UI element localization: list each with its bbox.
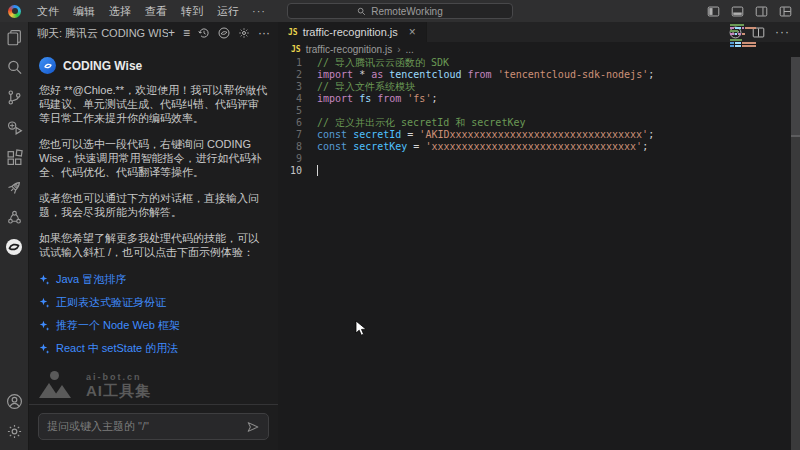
close-icon[interactable]: × (409, 25, 416, 39)
menu-item[interactable]: 运行 (210, 4, 246, 19)
breadcrumb[interactable]: JS traffic-recognition.js › ... (278, 42, 800, 57)
assistant-name: CODING Wise (63, 59, 142, 73)
toggle-secondary-sidebar-icon[interactable] (755, 5, 768, 18)
settings-gear-icon[interactable] (0, 416, 28, 446)
line-content: const secretId = 'AKIDxxxxxxxxxxxxxxxxxx… (302, 129, 654, 141)
example-prompt-link[interactable]: React 中 setState 的用法 (39, 341, 268, 355)
minimap-row (730, 24, 756, 26)
toggle-sidebar-icon[interactable] (707, 5, 720, 18)
text-cursor (317, 165, 318, 176)
js-file-icon: JS (291, 45, 301, 54)
minimap-row (730, 45, 756, 47)
line-content: // 导入腾讯云云函数的 SDK (302, 57, 449, 69)
example-prompt-link[interactable]: Java 冒泡排序 (39, 272, 268, 286)
watermark: ai-bot.cn AI工具集 (39, 370, 268, 398)
example-prompt-label: 正则表达式验证身份证 (56, 295, 166, 309)
code-line[interactable]: 3// 导入文件系统模块 (278, 81, 788, 93)
breadcrumb-symbol[interactable]: ... (406, 44, 414, 55)
line-number: 7 (278, 129, 302, 141)
code-editor[interactable]: 1// 导入腾讯云云函数的 SDK2import * as tencentclo… (278, 57, 788, 450)
code-line[interactable]: 5 (278, 105, 788, 117)
more-actions-icon[interactable]: ··· (258, 27, 270, 39)
code-line[interactable]: 9 (278, 153, 788, 165)
extensions-icon[interactable] (0, 142, 28, 172)
coding-wise-icon[interactable] (0, 232, 28, 262)
source-control-icon[interactable] (0, 82, 28, 112)
minimap-row (730, 51, 756, 53)
search-icon[interactable] (0, 52, 28, 82)
chat-input-placeholder: 提问或键入主题的 "/" (47, 419, 246, 434)
history-icon[interactable] (198, 27, 210, 39)
line-number: 3 (278, 81, 302, 93)
chat-list-icon[interactable]: ≡ (183, 27, 190, 39)
line-number: 8 (278, 141, 302, 153)
line-number: 10 (278, 165, 302, 177)
line-content: import fs from 'fs'; (302, 93, 437, 105)
line-content (302, 105, 317, 117)
menu-list: 文件编辑选择查看转到运行 (30, 4, 246, 19)
menu-overflow-button[interactable]: ··· (246, 5, 272, 17)
minimap-row (730, 33, 756, 35)
run-and-debug-icon[interactable] (0, 112, 28, 142)
line-number: 5 (278, 105, 302, 117)
code-line[interactable]: 4import fs from 'fs'; (278, 93, 788, 105)
chevron-right-icon: › (397, 44, 400, 55)
tab-traffic-recognition[interactable]: JS traffic-recognition.js × (278, 22, 427, 42)
example-prompt-label: React 中 setState 的用法 (56, 341, 178, 355)
send-icon[interactable] (246, 420, 260, 434)
chat-paragraph: 您好 **@Chloe.**，欢迎使用！我可以帮你做代码建议、单元测试生成、代码… (39, 83, 268, 125)
command-center-search[interactable]: RemoteWorking (287, 3, 513, 19)
cloud-cluster-icon[interactable] (0, 202, 28, 232)
minimap-row (730, 42, 756, 44)
customize-layout-icon[interactable] (779, 5, 792, 18)
ai-bot-logo-icon (39, 371, 77, 398)
line-content (302, 153, 317, 165)
line-content: // 定义并出示化 secretId 和 secretKey (302, 117, 525, 129)
chat-input[interactable]: 提问或键入主题的 "/" (38, 413, 269, 440)
example-prompt-label: 推荐一个 Node Web 框架 (56, 318, 180, 332)
menu-item[interactable]: 文件 (30, 4, 66, 19)
code-line[interactable]: 1// 导入腾讯云云函数的 SDK (278, 57, 788, 69)
account-icon[interactable] (0, 386, 28, 416)
code-line[interactable]: 7const secretId = 'AKIDxxxxxxxxxxxxxxxxx… (278, 129, 788, 141)
line-content: // 导入文件系统模块 (302, 81, 415, 93)
settings-gear-icon[interactable] (238, 27, 250, 39)
minimap-row (730, 48, 756, 50)
coding-logo-icon[interactable] (218, 27, 230, 39)
example-prompt-link[interactable]: 推荐一个 Node Web 框架 (39, 318, 268, 332)
coding-wise-avatar (39, 57, 56, 74)
chat-paragraph: 或者您也可以通过下方的对话框，直接输入问题，我会尽我所能为你解答。 (39, 191, 268, 219)
more-actions-icon[interactable]: ··· (775, 25, 790, 39)
toggle-panel-icon[interactable] (731, 5, 744, 18)
watermark-title: AI工具集 (86, 384, 151, 398)
code-line[interactable]: 10 (278, 165, 788, 177)
example-prompt-link[interactable]: 正则表达式验证身份证 (39, 295, 268, 309)
vscode-window: 文件编辑选择查看转到运行 ··· ← → RemoteWorking (0, 0, 800, 450)
scrollbar-thumb[interactable] (791, 57, 800, 137)
line-content: import * as tencentcloud from 'tencentcl… (302, 69, 654, 81)
editor-scrollbar[interactable] (791, 57, 800, 450)
js-file-icon: JS (288, 28, 298, 37)
minimap-row (730, 36, 756, 38)
menu-item[interactable]: 查看 (138, 4, 174, 19)
title-bar: 文件编辑选择查看转到运行 ··· ← → RemoteWorking (0, 0, 800, 22)
activity-bar (0, 22, 28, 450)
line-number: 1 (278, 57, 302, 69)
minimap-row (730, 39, 756, 41)
menu-item[interactable]: 转到 (174, 4, 210, 19)
explorer-icon[interactable] (0, 22, 28, 52)
minimap[interactable] (730, 24, 756, 53)
code-line[interactable]: 8const secretKey = 'xxxxxxxxxxxxxxxxxxxx… (278, 141, 788, 153)
menu-item[interactable]: 编辑 (66, 4, 102, 19)
chat-paragraph: 如果您希望了解更多我处理代码的技能，可以试试输入斜杠 /，也可以点击下面示例体验… (39, 231, 268, 259)
coding-rocket-icon[interactable] (0, 172, 28, 202)
code-line[interactable]: 6// 定义并出示化 secretId 和 secretKey (278, 117, 788, 129)
new-chat-icon[interactable]: + (168, 27, 175, 39)
menu-item[interactable]: 选择 (102, 4, 138, 19)
code-line[interactable]: 2import * as tencentcloud from 'tencentc… (278, 69, 788, 81)
chat-panel: 聊天: 腾讯云 CODING WISE + ≡ ··· CODING Wise … (28, 22, 278, 450)
breadcrumb-file[interactable]: traffic-recognition.js (306, 44, 393, 55)
chat-paragraphs: 您好 **@Chloe.**，欢迎使用！我可以帮你做代码建议、单元测试生成、代码… (39, 83, 268, 259)
editor-group: JS traffic-recognition.js × ··· JS traff… (278, 22, 800, 450)
line-number: 4 (278, 93, 302, 105)
